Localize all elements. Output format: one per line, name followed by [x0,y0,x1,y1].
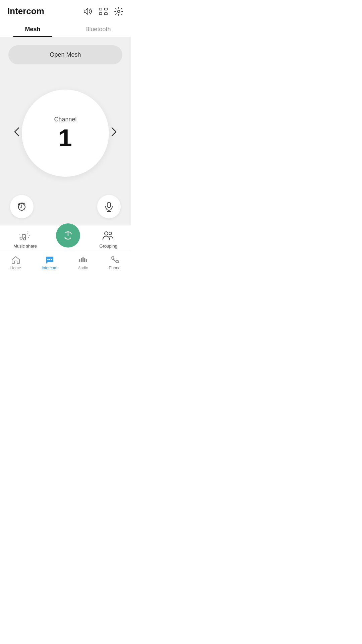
nav-item-home[interactable]: Home [10,256,21,270]
svg-line-13 [22,234,26,235]
svg-rect-28 [81,258,82,262]
intercom-icon [45,256,54,264]
scan-icon[interactable] [99,7,108,16]
svg-rect-30 [84,258,85,262]
svg-point-9 [20,237,22,239]
action-row [7,195,124,218]
svg-rect-6 [107,202,111,208]
bottom-toolbar: Music share Grouping [0,225,131,252]
volume-icon[interactable] [83,7,93,16]
bottom-nav: Home Intercom Audio [0,252,131,275]
svg-point-4 [118,10,120,12]
svg-point-25 [49,259,50,260]
svg-rect-2 [99,13,102,15]
page-title: Intercom [7,6,44,16]
main-content: Open Mesh Channel 1 [0,37,131,225]
nav-phone-label: Phone [109,266,121,270]
settings-icon[interactable] [114,7,123,16]
nav-item-intercom[interactable]: Intercom [42,256,57,270]
channel-number: 1 [59,126,72,150]
nav-intercom-label: Intercom [42,266,57,270]
svg-point-23 [109,232,112,235]
channel-label: Channel [54,116,76,123]
svg-point-14 [19,234,20,235]
music-share-item[interactable]: Music share [13,230,37,249]
toolbar-main: Music share Grouping [0,230,131,249]
nav-audio-label: Audio [78,266,88,270]
svg-rect-27 [79,259,80,262]
music-share-label: Music share [13,244,37,249]
svg-point-10 [23,238,26,240]
home-icon [11,256,20,264]
power-button[interactable] [56,223,80,248]
nav-item-phone[interactable]: Phone [109,256,121,270]
svg-rect-0 [99,8,102,10]
svg-rect-31 [86,259,87,262]
grouping-label: Grouping [100,244,117,249]
svg-rect-1 [105,8,107,10]
grouping-item[interactable]: Grouping [100,230,117,249]
channel-display: Channel 1 [22,90,109,177]
svg-point-16 [28,237,29,238]
svg-point-19 [29,235,30,236]
audio-icon [79,256,87,264]
svg-rect-3 [105,13,107,15]
svg-point-18 [27,231,27,232]
phone-icon [110,256,119,264]
channel-next-button[interactable] [104,120,124,147]
svg-rect-29 [82,257,84,262]
svg-point-15 [27,233,28,234]
open-mesh-button[interactable]: Open Mesh [8,45,122,64]
channel-prev-button[interactable] [7,120,27,147]
svg-point-17 [19,237,19,238]
nav-home-label: Home [10,266,21,270]
tab-mesh[interactable]: Mesh [0,21,65,37]
tab-bluetooth[interactable]: Bluetooth [65,21,131,37]
nav-item-audio[interactable]: Audio [78,256,88,270]
svg-point-22 [105,232,108,235]
header-icons [83,7,123,16]
microphone-button[interactable] [97,195,121,218]
svg-point-26 [51,259,52,260]
channel-area: Channel 1 [7,78,124,188]
header: Intercom [0,0,131,21]
svg-point-24 [47,259,49,260]
tabs: Mesh Bluetooth [0,21,131,37]
history-button[interactable] [10,195,34,218]
